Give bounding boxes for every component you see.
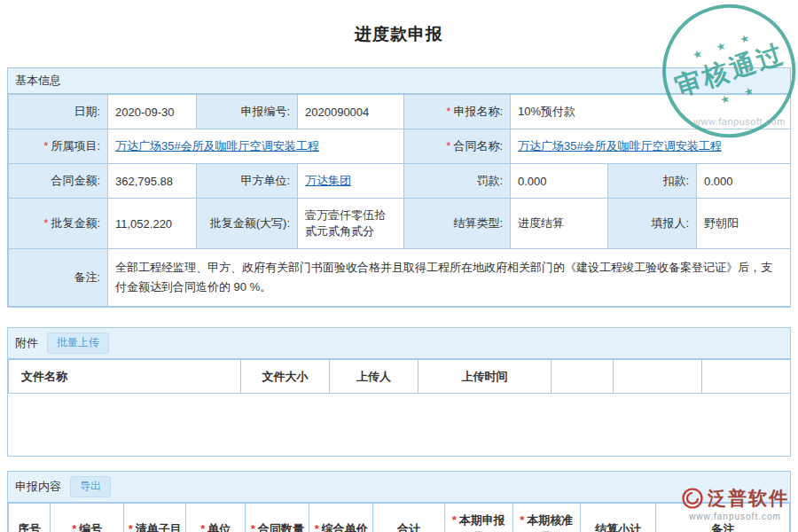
basic-info-section-title: 基本信息 xyxy=(15,73,61,89)
label-text: 所属项目: xyxy=(51,139,100,153)
watermark-url: www.fanpusoft.com xyxy=(693,116,786,127)
contract-amount-label: 合同金额: xyxy=(9,164,108,199)
brand-mark-icon xyxy=(681,487,704,510)
required-marker: * xyxy=(520,513,524,527)
attachments-section: 附件 批量上传 文件名称 文件大小 上传人 上传时间 xyxy=(7,327,791,457)
project-value: 万达广场35#会所及咖啡厅空调安装工程 xyxy=(108,129,404,164)
required-marker: * xyxy=(446,139,450,153)
date-value: 2020-09-30 xyxy=(108,95,197,129)
remark-label: 备注: xyxy=(9,249,108,307)
col-text: 备注 xyxy=(711,522,734,532)
table-row: 合同金额: 362,795.88 甲方单位: 万达集团 罚款: 0.000 扣款… xyxy=(9,164,791,199)
col-header-list-item: *清单子目 xyxy=(124,503,186,532)
project-label: *所属项目: xyxy=(9,129,108,164)
label-text: 合同名称: xyxy=(453,139,503,153)
party-a-link[interactable]: 万达集团 xyxy=(305,174,351,187)
declare-table: 序号 *编号 *清单子目 *单位 *合同数量 *综合单价 合计 *本期申报量 *… xyxy=(8,503,790,532)
penalty-value: 0.000 xyxy=(511,164,608,199)
declaration-name-label: *申报名称: xyxy=(404,95,511,129)
col-text: 结算小计 xyxy=(595,522,641,532)
col-header-empty xyxy=(614,359,702,394)
col-header-code: *编号 xyxy=(51,503,124,532)
declare-header-row: 序号 *编号 *清单子目 *单位 *合同数量 *综合单价 合计 *本期申报量 *… xyxy=(9,503,790,532)
col-text: 编号 xyxy=(79,522,102,532)
page-title: 进度款申报 xyxy=(0,0,798,46)
col-text: 清单子目 xyxy=(136,522,182,532)
approved-amount-label: *批复金额: xyxy=(9,199,108,249)
party-a-label: 甲方单位: xyxy=(197,164,298,199)
brand-logo: 泛普软件 www.fanpusoft.com xyxy=(681,486,789,521)
contract-name-link[interactable]: 万达广场35#会所及咖啡厅空调安装工程 xyxy=(518,139,722,153)
basic-info-table: 日期: 2020-09-30 申报编号: 2020090004 *申报名称: 1… xyxy=(8,94,791,307)
required-marker: * xyxy=(43,216,48,230)
approved-caps-value: 壹万壹仟零伍拾贰元贰角贰分 xyxy=(298,199,404,249)
attachments-header: 附件 批量上传 xyxy=(8,328,790,359)
col-text: 序号 xyxy=(18,522,41,532)
preparer-label: 填报人: xyxy=(608,199,697,249)
col-header-unit-price: *综合单价 xyxy=(309,503,373,532)
batch-upload-button[interactable]: 批量上传 xyxy=(47,332,109,354)
col-header-current-approved: *本期核准量 xyxy=(512,503,580,532)
required-marker: * xyxy=(315,522,319,532)
col-header-unit: *单位 xyxy=(185,503,245,532)
contract-amount-value: 362,795.88 xyxy=(108,164,197,199)
approved-amount-value: 11,052.220 xyxy=(108,199,197,249)
brand-name: 泛普软件 xyxy=(708,486,789,511)
approved-caps-label: 批复金额(大写): xyxy=(197,199,298,249)
declaration-no-value: 2020090004 xyxy=(298,95,404,129)
col-header-seq: 序号 xyxy=(9,503,51,532)
declare-section: 申报内容 导出 序号 *编号 *清单子目 *单位 *合同数量 *综合单价 合计 … xyxy=(7,471,791,532)
col-header-settle-subtotal: 结算小计 xyxy=(580,503,655,532)
basic-info-header: 基本信息 xyxy=(8,68,790,94)
contract-name-label: *合同名称: xyxy=(404,129,511,164)
table-row: *批复金额: 11,052.220 批复金额(大写): 壹万壹仟零伍拾贰元贰角贰… xyxy=(9,199,791,249)
contract-name-value: 万达广场35#会所及咖啡厅空调安装工程 xyxy=(511,129,791,164)
col-header-file-name: 文件名称 xyxy=(9,359,241,394)
table-row: 日期: 2020-09-30 申报编号: 2020090004 *申报名称: 1… xyxy=(9,95,791,129)
col-text: 合计 xyxy=(397,522,420,532)
penalty-label: 罚款: xyxy=(404,164,511,199)
declare-section-title: 申报内容 xyxy=(15,479,61,495)
table-row: 备注: 全部工程经监理、甲方、政府有关部门书面验收合格并且取得工程所在地政府相关… xyxy=(9,249,791,307)
col-header-upload-time: 上传时间 xyxy=(419,359,552,394)
required-marker: * xyxy=(129,522,133,532)
required-marker: * xyxy=(452,513,457,527)
required-marker: * xyxy=(251,522,255,532)
declaration-no-label: 申报编号: xyxy=(197,95,298,129)
attachments-header-row: 文件名称 文件大小 上传人 上传时间 xyxy=(9,359,791,394)
col-header-empty xyxy=(552,359,614,394)
col-header-current-declared: *本期申报量 xyxy=(445,503,512,532)
remark-value: 全部工程经监理、甲方、政府有关部门书面验收合格并且取得工程所在地政府相关部门的《… xyxy=(108,249,791,307)
settle-type-label: 结算类型: xyxy=(404,199,511,249)
attachments-table: 文件名称 文件大小 上传人 上传时间 xyxy=(8,359,791,395)
col-text: 本期核准量 xyxy=(527,513,573,532)
col-header-uploader: 上传人 xyxy=(330,359,419,394)
col-text: 综合单价 xyxy=(322,522,368,532)
party-a-value: 万达集团 xyxy=(298,164,404,199)
col-header-empty xyxy=(702,359,791,394)
col-text: 单位 xyxy=(207,522,231,532)
deduction-label: 扣款: xyxy=(608,164,697,199)
required-marker: * xyxy=(72,522,76,532)
export-button[interactable]: 导出 xyxy=(70,476,111,497)
label-text: 批复金额: xyxy=(51,216,100,230)
required-marker: * xyxy=(43,139,48,153)
project-link[interactable]: 万达广场35#会所及咖啡厅空调安装工程 xyxy=(115,139,319,153)
deduction-value: 0.000 xyxy=(697,164,791,199)
basic-info-section: 基本信息 日期: 2020-09-30 申报编号: 2020090004 *申报… xyxy=(7,67,791,308)
col-header-contract-qty: *合同数量 xyxy=(246,503,309,532)
settle-type-value: 进度结算 xyxy=(511,199,608,249)
col-header-file-size: 文件大小 xyxy=(241,359,330,394)
attachments-section-title: 附件 xyxy=(15,335,38,351)
preparer-value: 野朝阳 xyxy=(697,199,791,249)
col-text: 合同数量 xyxy=(258,522,304,532)
label-text: 申报名称: xyxy=(453,105,503,118)
attachments-empty-area xyxy=(8,394,790,456)
required-marker: * xyxy=(446,105,450,118)
declare-header: 申报内容 导出 xyxy=(8,472,790,503)
table-row: *所属项目: 万达广场35#会所及咖啡厅空调安装工程 *合同名称: 万达广场35… xyxy=(9,129,791,164)
col-text: 本期申报量 xyxy=(459,513,505,532)
col-header-total: 合计 xyxy=(373,503,445,532)
date-label: 日期: xyxy=(9,95,108,129)
required-marker: * xyxy=(200,522,205,532)
